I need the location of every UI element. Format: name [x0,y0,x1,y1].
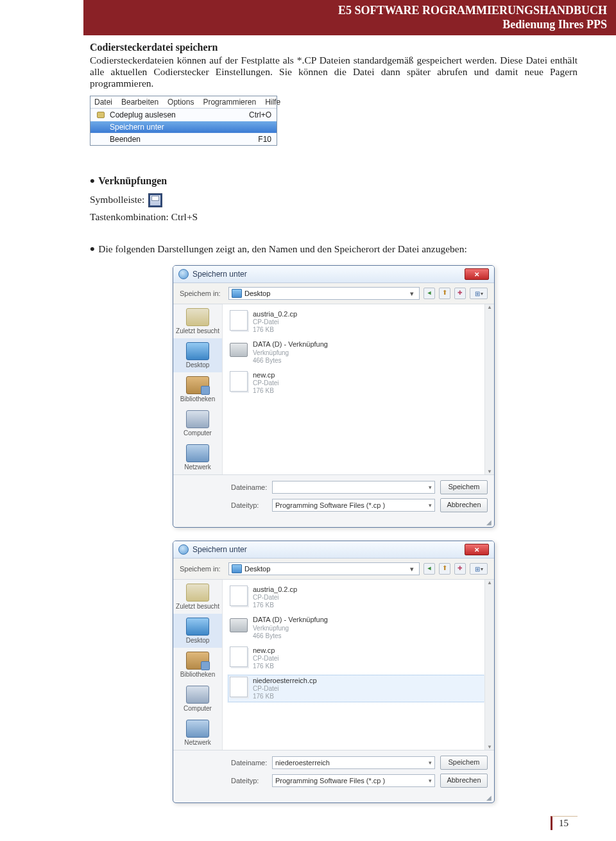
back-button[interactable] [424,288,435,299]
file-item-selected[interactable]: niederoesterreich.cpCP-Datei176 KB [228,675,489,702]
page-number: 15 [551,816,578,830]
filetype-label: Dateityp: [231,501,267,509]
place-network[interactable]: Netzwerk [173,716,222,750]
close-button[interactable]: ✕ [465,544,489,555]
save-dialog-1: Speichern unter ✕ Speichem in: Desktop ▾… [173,265,495,528]
new-folder-button[interactable] [454,563,466,575]
menu-hilfe[interactable]: Hilfe [265,98,280,107]
header-line1: E5 SOFTWARE ROGRAMMIERUNGSHANDBUCH [92,4,607,18]
place-recent[interactable]: Zuletzt besucht [173,304,222,338]
document-icon [230,310,248,331]
shortcut-label: Tastenkombination: Ctrl+S [90,211,578,223]
resize-grip[interactable]: ◢ [173,519,494,527]
cancel-button[interactable]: Abbrechen [440,498,488,512]
place-desktop[interactable]: Desktop [173,338,222,372]
file-item[interactable]: new.cpCP-Datei176 KB [228,645,489,672]
file-list[interactable]: austria_0.2.cpCP-Datei176 KB DATA (D) - … [223,580,494,750]
place-desktop[interactable]: Desktop [173,614,222,648]
file-item[interactable]: austria_0.2.cpCP-Datei176 KB [228,584,489,611]
menu-bar: Datei Bearbeiten Options Programmieren H… [90,96,277,108]
desktop-place-icon [186,342,209,360]
location-combo[interactable]: Desktop ▾ [228,287,420,300]
chevron-down-icon: ▾ [429,502,432,508]
blank-icon [96,135,106,144]
place-computer[interactable]: Computer [173,682,222,716]
place-libraries[interactable]: Bibliotheken [173,372,222,406]
blank-icon [96,123,106,132]
scrollbar[interactable] [484,304,494,474]
computer-icon [186,686,209,704]
menu-dropdown: Codeplug auslesen Ctrl+O Speichern unter… [90,108,277,145]
cancel-button[interactable]: Abbrechen [440,774,488,788]
filename-input[interactable]: ▾ [272,481,435,494]
menu-item-beenden[interactable]: Beenden F10 [90,134,277,145]
location-combo[interactable]: Desktop ▾ [228,562,420,575]
view-menu-button[interactable] [470,288,488,299]
chevron-down-icon: ▾ [429,759,432,766]
filetype-label: Dateityp: [231,777,267,785]
libraries-icon [186,376,209,394]
place-recent[interactable]: Zuletzt besucht [173,580,222,614]
dialog-title: Speichern unter [193,545,247,554]
save-icon [148,193,162,207]
dialog-title: Speichern unter [193,270,247,279]
subheading-verknuepfungen: Verknüpfungen [90,171,578,188]
menu-item-codeplug[interactable]: Codeplug auslesen Ctrl+O [90,109,277,121]
resize-grip[interactable]: ◢ [173,794,494,802]
recent-icon [186,308,209,326]
header-line2: Bedienung Ihres PPS [92,18,607,32]
place-computer[interactable]: Computer [173,406,222,440]
recent-icon [186,584,209,602]
location-label: Speichem in: [180,290,225,297]
file-item[interactable]: austria_0.2.cpCP-Datei176 KB [228,308,489,336]
drive-icon [230,343,248,357]
filetype-combo[interactable]: Programming Software Files (*.cp )▾ [272,774,435,787]
menu-screenshot: Datei Bearbeiten Options Programmieren H… [90,96,277,146]
document-icon [230,371,248,392]
menu-programmieren[interactable]: Programmieren [203,98,256,107]
close-button[interactable]: ✕ [465,268,489,280]
file-item[interactable]: DATA (D) - VerknüpfungVerknüpfung466 Byt… [228,614,489,641]
file-item[interactable]: new.cpCP-Datei176 KB [228,369,489,397]
chevron-down-icon: ▾ [429,777,432,784]
dialog-titlebar: Speichern unter ✕ [173,541,494,559]
document-icon [230,646,248,667]
filename-input[interactable]: niederoesterreich▾ [272,756,435,769]
desktop-icon [232,289,242,298]
scrollbar[interactable] [484,580,494,750]
toolbar-label: Symbolleiste: [90,194,144,205]
location-label: Speichem in: [180,565,225,573]
drive-icon [230,618,248,632]
file-list[interactable]: austria_0.2.cpCP-Datei176 KB DATA (D) - … [223,304,494,474]
computer-icon [186,410,209,428]
place-network[interactable]: Netzwerk [173,440,222,474]
save-button[interactable]: Speichem [440,756,488,770]
menu-datei[interactable]: Datei [94,98,112,107]
body-paragraph: Codiersteckerdateien können auf der Fest… [90,55,578,89]
folder-open-icon [96,110,106,119]
menu-options[interactable]: Options [167,98,194,107]
new-folder-button[interactable] [454,288,466,299]
view-menu-button[interactable] [470,563,488,575]
up-button[interactable] [439,563,450,575]
document-icon [230,585,248,606]
chevron-down-icon: ▾ [429,484,432,490]
followup-text: Die folgenden Darstellungen zeigt an, de… [90,239,578,256]
up-button[interactable] [439,288,450,299]
dialog-titlebar: Speichern unter ✕ [173,266,494,283]
section-title: Codiersteckerdatei speichern [90,42,578,53]
libraries-icon [186,652,209,670]
file-item[interactable]: DATA (D) - VerknüpfungVerknüpfung466 Byt… [228,338,489,366]
chevron-down-icon: ▾ [407,565,416,573]
place-libraries[interactable]: Bibliotheken [173,648,222,682]
back-button[interactable] [424,563,435,575]
network-icon [186,720,209,738]
app-icon [178,544,189,555]
desktop-place-icon [186,618,209,636]
save-button[interactable]: Speichem [440,480,488,494]
document-icon [230,677,248,697]
menu-item-speichern-unter[interactable]: Speichern unter [90,121,277,134]
menu-bearbeiten[interactable]: Bearbeiten [121,98,158,107]
filetype-combo[interactable]: Programming Software Files (*.cp )▾ [272,499,435,512]
document-header: E5 SOFTWARE ROGRAMMIERUNGSHANDBUCH Bedie… [83,0,616,35]
